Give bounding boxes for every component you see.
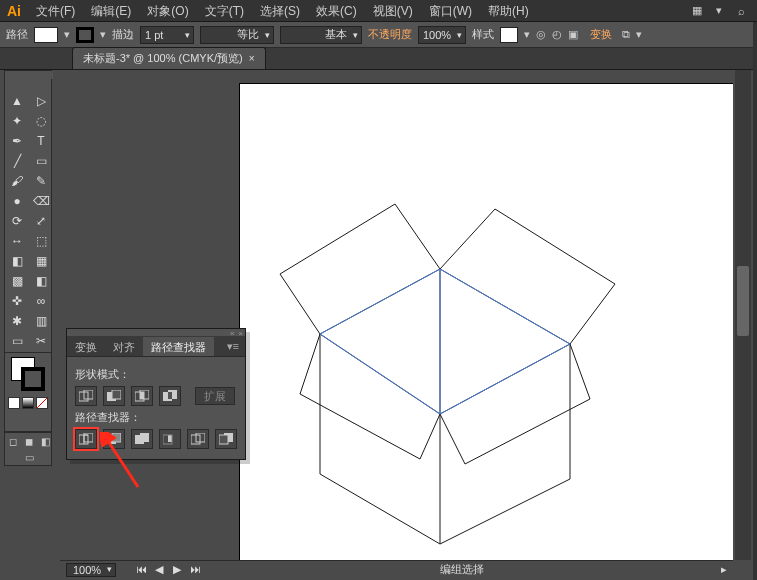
selection-tool[interactable]: ▲: [5, 91, 29, 111]
mesh-tool[interactable]: ▩: [5, 271, 29, 291]
opacity-label[interactable]: 不透明度: [368, 27, 412, 42]
selection-type-label: 路径: [6, 27, 28, 42]
menu-window[interactable]: 窗口(W): [421, 0, 480, 22]
stroke-weight-field[interactable]: 1 pt: [140, 26, 194, 44]
tab-align[interactable]: 对齐: [105, 337, 143, 356]
menu-type[interactable]: 文字(T): [197, 0, 252, 22]
draw-behind-icon[interactable]: ◼: [21, 433, 37, 449]
panel-menu-icon[interactable]: ▾≡: [221, 337, 245, 356]
style-swatch[interactable]: [500, 27, 518, 43]
layout-icon[interactable]: ▦: [689, 3, 705, 19]
align-icon[interactable]: ◎: [536, 28, 546, 41]
vertical-scrollbar[interactable]: [735, 70, 751, 560]
artboard[interactable]: [240, 84, 733, 560]
symbol-sprayer-tool[interactable]: ✱: [5, 311, 29, 331]
blend-tool[interactable]: ∞: [29, 291, 53, 311]
menu-view[interactable]: 视图(V): [365, 0, 421, 22]
color-mode-solid[interactable]: [8, 397, 20, 409]
magic-wand-tool[interactable]: ✦: [5, 111, 29, 131]
color-mode-gradient[interactable]: [22, 397, 34, 409]
expand-button[interactable]: 扩展: [195, 387, 235, 405]
menu-edit[interactable]: 编辑(E): [83, 0, 139, 22]
document-tab-title: 未标题-3* @ 100% (CMYK/预览): [83, 51, 243, 66]
document-tab-strip: 未标题-3* @ 100% (CMYK/预览) ×: [0, 48, 757, 70]
menu-effect[interactable]: 效果(C): [308, 0, 365, 22]
lasso-tool[interactable]: ◌: [29, 111, 53, 131]
divide-button[interactable]: [75, 429, 97, 449]
free-transform-tool[interactable]: ⬚: [29, 231, 53, 251]
pen-tool[interactable]: ✒: [5, 131, 29, 151]
style-label: 样式: [472, 27, 494, 42]
uniform-field[interactable]: 等比: [200, 26, 274, 44]
trim-button[interactable]: [103, 429, 125, 449]
panel-collapse-icon[interactable]: «: [230, 329, 234, 336]
options-menu-icon[interactable]: ▾: [636, 28, 642, 41]
shape-builder-tool[interactable]: ◧: [5, 251, 29, 271]
exclude-button[interactable]: [159, 386, 181, 406]
merge-button[interactable]: [131, 429, 153, 449]
next-artboard-icon[interactable]: ▶: [170, 563, 184, 576]
zoom-field[interactable]: 100%: [66, 563, 116, 577]
document-tab[interactable]: 未标题-3* @ 100% (CMYK/预览) ×: [72, 47, 266, 69]
panel-close-icon[interactable]: ×: [238, 329, 243, 336]
unite-button[interactable]: [75, 386, 97, 406]
last-artboard-icon[interactable]: ⏭: [188, 563, 202, 576]
draw-normal-icon[interactable]: ◻: [5, 433, 21, 449]
svg-rect-12: [168, 392, 172, 399]
menu-help[interactable]: 帮助(H): [480, 0, 537, 22]
workspace-dropdown-icon[interactable]: ▾: [711, 3, 727, 19]
tab-pathfinder[interactable]: 路径查找器: [143, 337, 214, 356]
brush-basic-field[interactable]: 基本: [280, 26, 362, 44]
tab-transform[interactable]: 变换: [67, 337, 105, 356]
opacity-field[interactable]: 100%: [418, 26, 466, 44]
intersect-button[interactable]: [131, 386, 153, 406]
menu-bar: Ai 文件(F) 编辑(E) 对象(O) 文字(T) 选择(S) 效果(C) 视…: [0, 0, 757, 22]
eraser-tool[interactable]: ⌫: [29, 191, 53, 211]
perspective-grid-tool[interactable]: ▦: [29, 251, 53, 271]
align-to-icon[interactable]: ▣: [568, 28, 578, 41]
draw-inside-icon[interactable]: ◧: [37, 433, 53, 449]
slice-tool[interactable]: ✂: [29, 331, 53, 351]
line-segment-tool[interactable]: ╱: [5, 151, 29, 171]
paintbrush-tool[interactable]: 🖌: [5, 171, 29, 191]
tools-panel: ▲ ▷ ✦ ◌ ✒ T ╱ ▭ 🖌 ✎ ● ⌫ ⟳ ⤢ ↔ ⬚ ◧ ▦ ▩ ◧ …: [4, 70, 52, 372]
artboard-tool[interactable]: ▭: [5, 331, 29, 351]
gradient-tool[interactable]: ◧: [29, 271, 53, 291]
column-graph-tool[interactable]: ▥: [29, 311, 53, 331]
type-tool[interactable]: T: [29, 131, 53, 151]
stroke-color-box[interactable]: [21, 367, 45, 391]
rotate-tool[interactable]: ⟳: [5, 211, 29, 231]
screen-mode-row: ◻ ◼ ◧ ▭: [4, 432, 52, 466]
width-tool[interactable]: ↔: [5, 231, 29, 251]
right-panel-dock[interactable]: [753, 22, 757, 580]
canvas[interactable]: [60, 70, 733, 560]
menu-object[interactable]: 对象(O): [139, 0, 196, 22]
app-logo: Ai: [0, 0, 28, 22]
menu-file[interactable]: 文件(F): [28, 0, 83, 22]
stroke-swatch[interactable]: [76, 27, 94, 43]
minus-back-button[interactable]: [215, 429, 237, 449]
menu-select[interactable]: 选择(S): [252, 0, 308, 22]
crop-button[interactable]: [159, 429, 181, 449]
fill-swatch[interactable]: [34, 27, 58, 43]
isolate-icon[interactable]: ⧉: [622, 28, 630, 41]
rectangle-tool[interactable]: ▭: [29, 151, 53, 171]
close-tab-icon[interactable]: ×: [249, 53, 255, 64]
eyedropper-tool[interactable]: ✜: [5, 291, 29, 311]
color-mode-none[interactable]: [36, 397, 48, 409]
search-icon[interactable]: ⌕: [733, 3, 749, 19]
outline-button[interactable]: [187, 429, 209, 449]
svg-rect-19: [168, 435, 172, 442]
svg-rect-24: [219, 435, 228, 444]
blob-brush-tool[interactable]: ●: [5, 191, 29, 211]
recolor-icon[interactable]: ◴: [552, 28, 562, 41]
first-artboard-icon[interactable]: ⏮: [134, 563, 148, 576]
screen-mode-icon[interactable]: ▭: [5, 449, 53, 465]
scale-tool[interactable]: ⤢: [29, 211, 53, 231]
pencil-tool[interactable]: ✎: [29, 171, 53, 191]
status-menu-icon[interactable]: ▸: [721, 563, 727, 576]
direct-selection-tool[interactable]: ▷: [29, 91, 53, 111]
prev-artboard-icon[interactable]: ◀: [152, 563, 166, 576]
transform-link[interactable]: 变换: [590, 27, 612, 42]
minus-front-button[interactable]: [103, 386, 125, 406]
